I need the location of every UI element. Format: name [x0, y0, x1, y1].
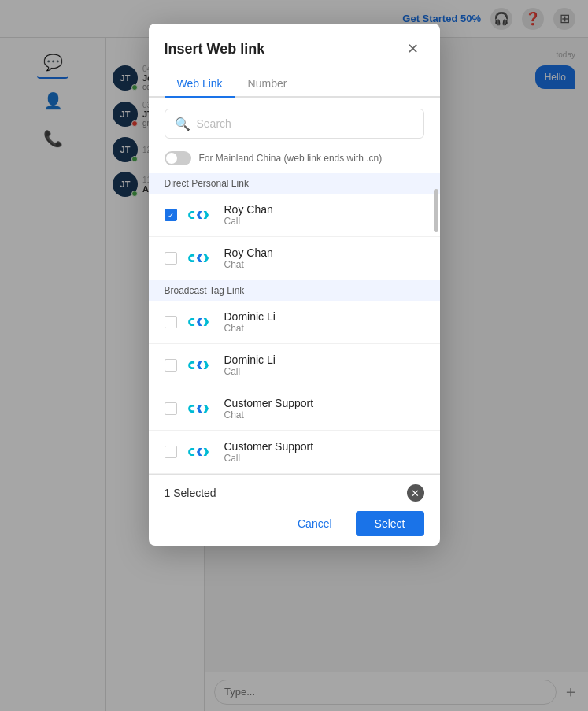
- checkbox-dominic-call[interactable]: [165, 359, 177, 372]
- clear-selection-button[interactable]: ✕: [407, 484, 424, 502]
- selected-row: 1 Selected ✕: [165, 484, 424, 502]
- cx-logo-icon: [187, 441, 215, 463]
- item-name: Customer Support: [224, 440, 424, 453]
- insert-web-link-modal: Insert Web link ✕ Web Link Number 🔍 For …: [149, 24, 440, 546]
- selected-count: 1 Selected: [165, 487, 216, 499]
- toggle-knob: [166, 153, 177, 164]
- list-item[interactable]: Customer Support Chat: [149, 387, 440, 431]
- item-type: Call: [224, 216, 424, 227]
- close-icon[interactable]: ✕: [402, 38, 424, 60]
- item-type: Call: [224, 453, 424, 464]
- checkbox-roy-chan-chat[interactable]: [165, 252, 177, 265]
- checkbox-roy-chan-call[interactable]: [165, 209, 177, 221]
- list-item[interactable]: Customer Support Call: [149, 431, 440, 474]
- section-header-broadcast: Broadcast Tag Link: [149, 280, 440, 301]
- search-input[interactable]: [197, 117, 414, 130]
- section-header-direct: Direct Personal Link: [149, 173, 440, 194]
- item-name: Dominic Li: [224, 310, 424, 323]
- footer-buttons: Cancel Select: [165, 511, 424, 536]
- search-area: 🔍: [149, 98, 440, 146]
- list-item[interactable]: Roy Chan Chat: [149, 237, 440, 280]
- modal-header: Insert Web link ✕: [149, 24, 440, 69]
- select-button[interactable]: Select: [356, 511, 424, 536]
- cx-logo-icon: [187, 247, 215, 269]
- modal-list: Direct Personal Link Roy Chan Call: [149, 173, 440, 474]
- mainland-china-toggle[interactable]: [165, 151, 191, 165]
- tab-web-link[interactable]: Web Link: [165, 71, 235, 98]
- item-type: Chat: [224, 323, 424, 334]
- modal-tabs: Web Link Number: [149, 69, 440, 98]
- modal-title: Insert Web link: [165, 41, 265, 57]
- item-type: Chat: [224, 259, 424, 270]
- scrollbar[interactable]: [434, 189, 438, 232]
- checkbox-customer-support-call[interactable]: [165, 446, 177, 458]
- checkbox-customer-support-chat[interactable]: [165, 402, 177, 415]
- modal-footer: 1 Selected ✕ Cancel Select: [149, 474, 440, 546]
- checkbox-dominic-chat[interactable]: [165, 316, 177, 328]
- cx-logo-icon: [187, 354, 215, 376]
- item-type: Call: [224, 366, 424, 377]
- mainland-china-toggle-row: For Mainland China (web link ends with .…: [149, 146, 440, 173]
- item-name: Roy Chan: [224, 246, 424, 259]
- search-box: 🔍: [165, 109, 424, 139]
- item-name: Dominic Li: [224, 354, 424, 366]
- item-name: Customer Support: [224, 397, 424, 409]
- toggle-label: For Mainland China (web link ends with .…: [199, 153, 383, 164]
- cx-logo-icon: [187, 204, 215, 226]
- list-item[interactable]: Roy Chan Call: [149, 194, 440, 237]
- item-type: Chat: [224, 409, 424, 420]
- cancel-button[interactable]: Cancel: [282, 511, 348, 536]
- list-item[interactable]: Dominic Li Chat: [149, 301, 440, 344]
- cx-logo-icon: [187, 311, 215, 333]
- item-name: Roy Chan: [224, 203, 424, 216]
- search-icon: 🔍: [175, 117, 190, 131]
- list-item[interactable]: Dominic Li Call: [149, 344, 440, 387]
- tab-number[interactable]: Number: [235, 71, 300, 98]
- cx-logo-icon: [187, 398, 215, 420]
